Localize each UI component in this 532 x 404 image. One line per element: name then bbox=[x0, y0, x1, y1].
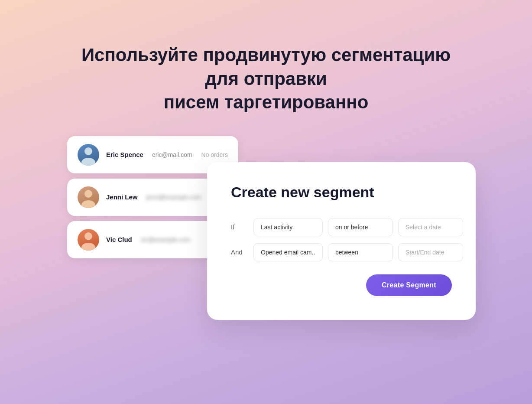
contact-status-eric: No orders bbox=[201, 151, 228, 158]
avatar-eric bbox=[78, 144, 99, 166]
contact-email-jenni: jenni@example.com bbox=[146, 194, 201, 201]
filter-field-select-date[interactable] bbox=[398, 218, 463, 236]
filter-field-opened-email[interactable] bbox=[253, 243, 323, 261]
content-area: Eric Spence eric@mail.com No orders Jenn… bbox=[0, 136, 532, 404]
contact-name-eric: Eric Spence bbox=[106, 151, 143, 158]
filter-label-and: And bbox=[231, 248, 248, 256]
avatar-jenni bbox=[78, 186, 99, 208]
contact-name-jenni: Jenni Lew bbox=[106, 193, 138, 201]
filter-label-if: If bbox=[231, 223, 248, 231]
filter-field-on-or-before[interactable] bbox=[328, 218, 393, 236]
contact-email-vic: vic@example.com bbox=[141, 236, 191, 243]
avatar-vic bbox=[78, 229, 99, 251]
modal-title: Create new segment bbox=[231, 184, 452, 201]
filter-row-and: And bbox=[231, 243, 452, 261]
create-segment-button[interactable]: Create Segment bbox=[366, 274, 452, 296]
filter-row-if: If bbox=[231, 218, 452, 236]
modal-actions: Create Segment bbox=[231, 274, 452, 296]
filter-field-start-end-date[interactable] bbox=[398, 243, 463, 261]
filter-field-last-activity[interactable] bbox=[253, 218, 323, 236]
page-title: Используйте продвинутую сегментацию для … bbox=[71, 0, 461, 136]
segment-modal: Create new segment If And Create Segment bbox=[207, 162, 476, 320]
contact-name-vic: Vic Clud bbox=[106, 236, 132, 243]
filter-field-between[interactable] bbox=[328, 243, 393, 261]
contact-info-eric: Eric Spence eric@mail.com No orders bbox=[106, 151, 228, 158]
contact-email-eric: eric@mail.com bbox=[152, 151, 192, 158]
